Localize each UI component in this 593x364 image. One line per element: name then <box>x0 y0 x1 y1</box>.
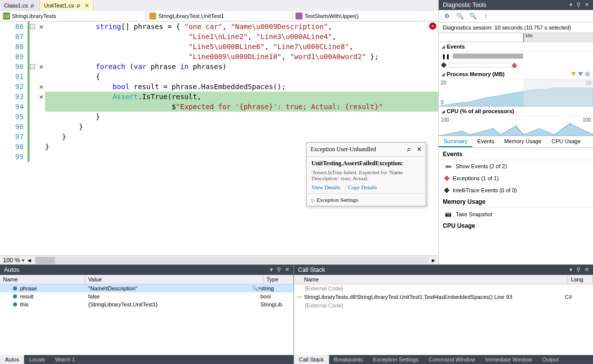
tab-class1[interactable]: Class1.cs ⚲ <box>0 0 40 11</box>
code-line[interactable]: Assert.IsTrue(result, <box>45 92 438 102</box>
tab-memory-usage[interactable]: Memory Usage <box>499 136 547 147</box>
tab-autos[interactable]: Autos <box>0 355 24 364</box>
breakpoint-x-icon[interactable]: ✕ <box>39 83 43 91</box>
callstack-row[interactable]: [External Code] <box>294 284 593 292</box>
col-name[interactable]: Name <box>294 275 568 284</box>
code-line[interactable]: "Line5\u000BLine6", "Line7\u000CLine8", <box>45 42 438 52</box>
autos-row[interactable]: result false bool <box>0 292 293 300</box>
pin-icon[interactable]: ⚲ <box>576 266 580 273</box>
scroll-right-icon[interactable]: ▶ <box>432 258 435 263</box>
tab-cpu-usage[interactable]: CPU Usage <box>546 136 585 147</box>
exception-settings-toggle[interactable]: ▷Exception Settings <box>307 193 426 206</box>
method-dropdown[interactable]: TestStartsWithUpper() <box>292 11 438 21</box>
editor-area: Class1.cs ⚲ UnitTest1.cs ⚲ ✕ C# StringLi… <box>0 0 439 264</box>
breakpoint-x-icon[interactable]: ✕ <box>39 93 43 101</box>
code-line[interactable]: { <box>45 72 438 82</box>
exceptions-item[interactable]: Exceptions (1 of 1) <box>439 172 593 184</box>
tab-output[interactable]: Output <box>537 355 563 364</box>
camera-icon: 📷 <box>445 211 452 217</box>
tab-breakpoints[interactable]: Breakpoints <box>329 355 368 364</box>
close-icon[interactable]: ✕ <box>584 266 589 273</box>
autos-row[interactable]: this {StringLibraryTest.UnitTest1} Strin… <box>0 300 293 308</box>
cpu-chart: 100 100 <box>439 116 593 136</box>
code-editor[interactable]: 86−✕87888990−✕9192✕93✕949596979899 strin… <box>0 22 438 255</box>
show-events-item[interactable]: ⋙Show Events (2 of 2) <box>439 160 593 172</box>
exception-type: UnitTesting.AssertFailedException: <box>312 160 403 167</box>
col-lang[interactable]: Lang <box>568 275 593 284</box>
dropdown-icon[interactable]: ▾ <box>569 2 572 9</box>
zoom-in-icon[interactable]: 🔍 <box>456 12 464 20</box>
pin-icon[interactable]: ⚲ <box>576 2 580 9</box>
tab-locals[interactable]: Locals <box>24 355 50 364</box>
snapshot-marker-icon <box>578 72 583 76</box>
reset-zoom-icon[interactable]: ↕ <box>482 12 490 20</box>
tab-exception-settings[interactable]: Exception Settings <box>368 355 424 364</box>
line-number: 99 <box>10 153 28 161</box>
pin-icon[interactable]: ⚲ <box>29 3 35 9</box>
exception-inline-icon[interactable]: ✕ <box>429 23 436 30</box>
tab-watch1[interactable]: Watch 1 <box>50 355 80 364</box>
code-line[interactable]: $"Expected for '{phrase}': true; Actual:… <box>45 102 438 112</box>
line-number: 88 <box>10 43 28 51</box>
dropdown-icon[interactable]: ▾ <box>270 266 273 273</box>
tab-unittest1[interactable]: UnitTest1.cs ⚲ ✕ <box>40 0 94 11</box>
chevron-down-icon[interactable]: ▾ <box>22 258 25 263</box>
memory-section-header[interactable]: Process Memory (MB) <box>439 70 593 79</box>
magnifier-icon[interactable]: 🔍▾ <box>252 285 260 291</box>
tab-summary[interactable]: Summary <box>439 136 472 147</box>
code-line[interactable]: } <box>45 112 438 122</box>
class-dropdown[interactable]: StringLibraryTest.UnitTest1 <box>146 11 292 21</box>
scroll-left-icon[interactable]: ◀ <box>28 258 31 263</box>
tab-command-window[interactable]: Command Window <box>424 355 480 364</box>
code-line[interactable]: } <box>45 122 438 132</box>
autos-row[interactable]: phrase "Name\tDescription"🔍▾ string <box>0 284 293 292</box>
method-icon <box>295 13 303 20</box>
code-line[interactable]: foreach (var phrase in phrases) <box>45 62 438 72</box>
variable-icon <box>13 294 17 298</box>
exception-marker-icon <box>511 63 517 68</box>
pin-icon[interactable]: ⚲ <box>75 3 81 9</box>
namespace-dropdown[interactable]: C# StringLibraryTests <box>0 11 146 21</box>
col-type[interactable]: Type <box>263 275 293 284</box>
cpu-section-header[interactable]: CPU (% of all processors) <box>439 107 593 116</box>
code-line[interactable]: bool result = phrase.HasEmbeddedSpaces()… <box>45 82 438 92</box>
close-icon[interactable]: ✕ <box>417 146 422 153</box>
tab-immediate-window[interactable]: Immediate Window <box>480 355 537 364</box>
namespace-label: StringLibraryTests <box>12 13 56 19</box>
code-line[interactable]: "Line0009\u000DLine10", "word1\u00A0word… <box>45 52 438 62</box>
tab-callstack[interactable]: Call Stack <box>294 355 329 364</box>
outline-collapse-icon[interactable]: − <box>30 64 35 69</box>
breakpoint-x-icon[interactable]: ✕ <box>39 63 43 71</box>
gear-icon[interactable]: ⚙ <box>443 12 451 20</box>
horizontal-scrollbar[interactable] <box>35 257 429 264</box>
zoom-level[interactable]: 100 % <box>3 257 20 264</box>
close-icon[interactable]: ✕ <box>584 2 589 9</box>
col-value[interactable]: Value <box>85 275 263 284</box>
col-name[interactable]: Name <box>0 275 85 284</box>
pin-icon[interactable]: ⚲ <box>405 146 412 153</box>
autos-grid-header: Name Value Type <box>0 275 293 284</box>
events-section-header[interactable]: Events <box>439 42 593 52</box>
close-icon[interactable]: ✕ <box>85 3 89 9</box>
outline-collapse-icon[interactable]: − <box>30 24 35 29</box>
dropdown-icon[interactable]: ▾ <box>569 266 572 273</box>
intellitrace-item[interactable]: IntelliTrace Events (0 of 0) <box>439 184 593 196</box>
code-line[interactable]: "Line1\nLine2", "Line3\u000ALine4", <box>45 32 438 42</box>
callstack-row[interactable]: [External Code] <box>294 301 593 309</box>
copy-details-link[interactable]: Copy Details <box>348 184 377 190</box>
code-line[interactable]: } <box>45 132 438 142</box>
tab-events[interactable]: Events <box>472 136 499 147</box>
line-number: 89 <box>10 53 28 61</box>
timeline-ruler[interactable]: 10s <box>439 33 593 42</box>
zoom-out-icon[interactable]: 🔍 <box>469 12 477 20</box>
callstack-row[interactable]: ⇨StringLibraryTests.dll!StringLibraryTes… <box>294 292 593 301</box>
breakpoint-x-icon[interactable]: ✕ <box>39 23 43 31</box>
code-line[interactable]: string[] phrases = { "one car", "Name\u0… <box>45 22 438 32</box>
close-icon[interactable]: ✕ <box>285 266 289 273</box>
take-snapshot-item[interactable]: 📷Take Snapshot <box>439 208 593 220</box>
view-details-link[interactable]: View Details <box>312 184 340 190</box>
callstack-grid-header: Name Lang <box>294 275 593 284</box>
editor-status-bar: 100 % ▾ ◀ ▶ <box>0 255 438 264</box>
tab-label: Class1.cs <box>4 3 28 9</box>
pin-icon[interactable]: ⚲ <box>277 266 281 273</box>
